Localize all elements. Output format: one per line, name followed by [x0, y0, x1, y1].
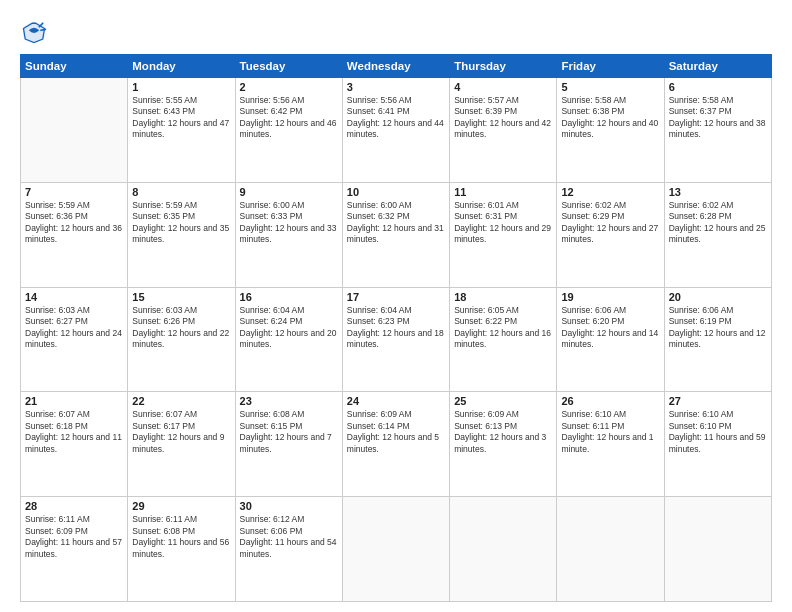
calendar-cell: [557, 497, 664, 602]
calendar-cell: 25Sunrise: 6:09 AMSunset: 6:13 PMDayligh…: [450, 392, 557, 497]
calendar-week-row: 28Sunrise: 6:11 AMSunset: 6:09 PMDayligh…: [21, 497, 772, 602]
day-number: 8: [132, 186, 230, 198]
calendar-week-row: 14Sunrise: 6:03 AMSunset: 6:27 PMDayligh…: [21, 287, 772, 392]
calendar-cell: 5Sunrise: 5:58 AMSunset: 6:38 PMDaylight…: [557, 78, 664, 183]
calendar-cell: 26Sunrise: 6:10 AMSunset: 6:11 PMDayligh…: [557, 392, 664, 497]
cell-info: Sunrise: 6:00 AMSunset: 6:33 PMDaylight:…: [240, 200, 338, 246]
day-number: 12: [561, 186, 659, 198]
day-number: 7: [25, 186, 123, 198]
cell-info: Sunrise: 6:04 AMSunset: 6:23 PMDaylight:…: [347, 305, 445, 351]
cell-info: Sunrise: 6:09 AMSunset: 6:13 PMDaylight:…: [454, 409, 552, 455]
cell-info: Sunrise: 6:05 AMSunset: 6:22 PMDaylight:…: [454, 305, 552, 351]
calendar-week-row: 1Sunrise: 5:55 AMSunset: 6:43 PMDaylight…: [21, 78, 772, 183]
day-number: 13: [669, 186, 767, 198]
day-number: 21: [25, 395, 123, 407]
cell-info: Sunrise: 6:07 AMSunset: 6:17 PMDaylight:…: [132, 409, 230, 455]
page: SundayMondayTuesdayWednesdayThursdayFrid…: [0, 0, 792, 612]
calendar-cell: [342, 497, 449, 602]
cell-info: Sunrise: 6:10 AMSunset: 6:10 PMDaylight:…: [669, 409, 767, 455]
day-number: 22: [132, 395, 230, 407]
cell-info: Sunrise: 5:56 AMSunset: 6:41 PMDaylight:…: [347, 95, 445, 141]
calendar-cell: 12Sunrise: 6:02 AMSunset: 6:29 PMDayligh…: [557, 182, 664, 287]
calendar-cell: 9Sunrise: 6:00 AMSunset: 6:33 PMDaylight…: [235, 182, 342, 287]
weekday-header: Sunday: [21, 55, 128, 78]
calendar-cell: 4Sunrise: 5:57 AMSunset: 6:39 PMDaylight…: [450, 78, 557, 183]
calendar-cell: 8Sunrise: 5:59 AMSunset: 6:35 PMDaylight…: [128, 182, 235, 287]
cell-info: Sunrise: 6:11 AMSunset: 6:09 PMDaylight:…: [25, 514, 123, 560]
day-number: 10: [347, 186, 445, 198]
calendar-cell: 11Sunrise: 6:01 AMSunset: 6:31 PMDayligh…: [450, 182, 557, 287]
day-number: 3: [347, 81, 445, 93]
calendar-cell: 7Sunrise: 5:59 AMSunset: 6:36 PMDaylight…: [21, 182, 128, 287]
day-number: 9: [240, 186, 338, 198]
calendar-cell: 20Sunrise: 6:06 AMSunset: 6:19 PMDayligh…: [664, 287, 771, 392]
cell-info: Sunrise: 6:08 AMSunset: 6:15 PMDaylight:…: [240, 409, 338, 455]
calendar-cell: 16Sunrise: 6:04 AMSunset: 6:24 PMDayligh…: [235, 287, 342, 392]
calendar-cell: [450, 497, 557, 602]
calendar-cell: 1Sunrise: 5:55 AMSunset: 6:43 PMDaylight…: [128, 78, 235, 183]
day-number: 5: [561, 81, 659, 93]
calendar-cell: 27Sunrise: 6:10 AMSunset: 6:10 PMDayligh…: [664, 392, 771, 497]
cell-info: Sunrise: 5:55 AMSunset: 6:43 PMDaylight:…: [132, 95, 230, 141]
cell-info: Sunrise: 6:12 AMSunset: 6:06 PMDaylight:…: [240, 514, 338, 560]
cell-info: Sunrise: 6:10 AMSunset: 6:11 PMDaylight:…: [561, 409, 659, 455]
calendar-table: SundayMondayTuesdayWednesdayThursdayFrid…: [20, 54, 772, 602]
cell-info: Sunrise: 5:58 AMSunset: 6:37 PMDaylight:…: [669, 95, 767, 141]
day-number: 2: [240, 81, 338, 93]
cell-info: Sunrise: 6:02 AMSunset: 6:28 PMDaylight:…: [669, 200, 767, 246]
day-number: 4: [454, 81, 552, 93]
calendar-cell: 3Sunrise: 5:56 AMSunset: 6:41 PMDaylight…: [342, 78, 449, 183]
header: [20, 18, 772, 46]
weekday-header: Wednesday: [342, 55, 449, 78]
cell-info: Sunrise: 6:01 AMSunset: 6:31 PMDaylight:…: [454, 200, 552, 246]
day-number: 29: [132, 500, 230, 512]
calendar-cell: 22Sunrise: 6:07 AMSunset: 6:17 PMDayligh…: [128, 392, 235, 497]
cell-info: Sunrise: 5:58 AMSunset: 6:38 PMDaylight:…: [561, 95, 659, 141]
day-number: 25: [454, 395, 552, 407]
day-number: 1: [132, 81, 230, 93]
cell-info: Sunrise: 6:04 AMSunset: 6:24 PMDaylight:…: [240, 305, 338, 351]
cell-info: Sunrise: 6:02 AMSunset: 6:29 PMDaylight:…: [561, 200, 659, 246]
logo: [20, 18, 52, 46]
calendar-header-row: SundayMondayTuesdayWednesdayThursdayFrid…: [21, 55, 772, 78]
weekday-header: Saturday: [664, 55, 771, 78]
cell-info: Sunrise: 5:57 AMSunset: 6:39 PMDaylight:…: [454, 95, 552, 141]
calendar-cell: 10Sunrise: 6:00 AMSunset: 6:32 PMDayligh…: [342, 182, 449, 287]
calendar-week-row: 21Sunrise: 6:07 AMSunset: 6:18 PMDayligh…: [21, 392, 772, 497]
cell-info: Sunrise: 6:11 AMSunset: 6:08 PMDaylight:…: [132, 514, 230, 560]
weekday-header: Thursday: [450, 55, 557, 78]
day-number: 23: [240, 395, 338, 407]
day-number: 30: [240, 500, 338, 512]
day-number: 6: [669, 81, 767, 93]
day-number: 24: [347, 395, 445, 407]
day-number: 28: [25, 500, 123, 512]
calendar-cell: 23Sunrise: 6:08 AMSunset: 6:15 PMDayligh…: [235, 392, 342, 497]
day-number: 14: [25, 291, 123, 303]
calendar-cell: 28Sunrise: 6:11 AMSunset: 6:09 PMDayligh…: [21, 497, 128, 602]
calendar-cell: 30Sunrise: 6:12 AMSunset: 6:06 PMDayligh…: [235, 497, 342, 602]
calendar-cell: 15Sunrise: 6:03 AMSunset: 6:26 PMDayligh…: [128, 287, 235, 392]
day-number: 16: [240, 291, 338, 303]
day-number: 17: [347, 291, 445, 303]
calendar-cell: 17Sunrise: 6:04 AMSunset: 6:23 PMDayligh…: [342, 287, 449, 392]
calendar-cell: 24Sunrise: 6:09 AMSunset: 6:14 PMDayligh…: [342, 392, 449, 497]
calendar-cell: 29Sunrise: 6:11 AMSunset: 6:08 PMDayligh…: [128, 497, 235, 602]
logo-icon: [20, 18, 48, 46]
weekday-header: Tuesday: [235, 55, 342, 78]
weekday-header: Monday: [128, 55, 235, 78]
calendar-cell: 19Sunrise: 6:06 AMSunset: 6:20 PMDayligh…: [557, 287, 664, 392]
calendar-cell: 14Sunrise: 6:03 AMSunset: 6:27 PMDayligh…: [21, 287, 128, 392]
calendar-cell: [664, 497, 771, 602]
cell-info: Sunrise: 6:00 AMSunset: 6:32 PMDaylight:…: [347, 200, 445, 246]
day-number: 18: [454, 291, 552, 303]
calendar-body: 1Sunrise: 5:55 AMSunset: 6:43 PMDaylight…: [21, 78, 772, 602]
calendar-cell: 6Sunrise: 5:58 AMSunset: 6:37 PMDaylight…: [664, 78, 771, 183]
cell-info: Sunrise: 6:06 AMSunset: 6:19 PMDaylight:…: [669, 305, 767, 351]
cell-info: Sunrise: 5:59 AMSunset: 6:35 PMDaylight:…: [132, 200, 230, 246]
weekday-header: Friday: [557, 55, 664, 78]
calendar-cell: 18Sunrise: 6:05 AMSunset: 6:22 PMDayligh…: [450, 287, 557, 392]
day-number: 11: [454, 186, 552, 198]
cell-info: Sunrise: 6:07 AMSunset: 6:18 PMDaylight:…: [25, 409, 123, 455]
day-number: 15: [132, 291, 230, 303]
calendar-cell: [21, 78, 128, 183]
